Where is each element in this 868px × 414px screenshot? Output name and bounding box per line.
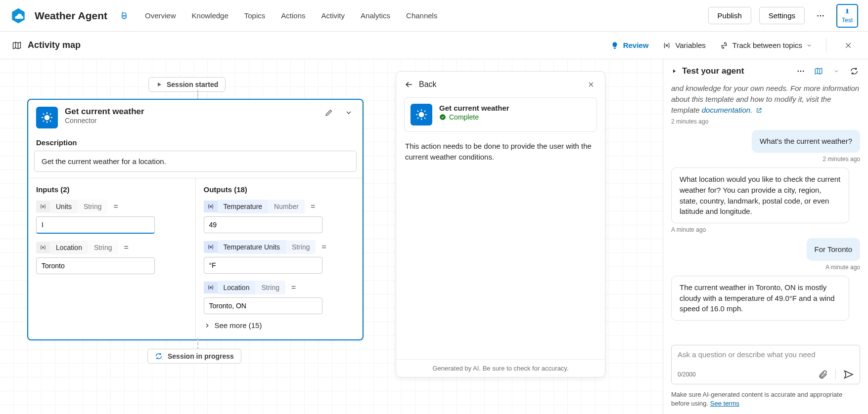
more-menu-button[interactable]	[813, 8, 828, 24]
documentation-link[interactable]: documentation.	[702, 106, 753, 114]
pencil-icon	[324, 108, 333, 117]
svg-point-11	[803, 71, 804, 72]
input-location-value[interactable]	[36, 257, 155, 274]
map-toggle-button[interactable]	[813, 65, 824, 77]
nav-tab-knowledge[interactable]: Knowledge	[192, 11, 228, 20]
node-get-current-weather[interactable]: Get current weather Connector Descriptio…	[27, 99, 364, 340]
chevron-down-icon	[806, 42, 812, 48]
test-panel: Test your agent and knowledge for your o…	[663, 59, 868, 414]
variable-icon	[207, 284, 215, 291]
timestamp: A minute ago	[671, 226, 860, 233]
action-detail-panel: Back Get current weather Complete	[396, 71, 605, 377]
connector-line	[197, 90, 198, 100]
app-logo-icon	[10, 7, 27, 24]
refresh-chat-button[interactable]	[848, 65, 860, 77]
output-location-var: Location String =	[204, 281, 355, 294]
output-temperature-value[interactable]	[204, 216, 322, 233]
chevron-down-icon	[833, 68, 839, 74]
nav-tab-actions[interactable]: Actions	[281, 11, 305, 20]
input-type: String	[88, 241, 118, 254]
detail-footer: Generated by AI. Be sure to check for ac…	[396, 359, 605, 377]
divider	[835, 369, 836, 380]
variable-icon	[39, 203, 47, 210]
chevron-down-icon	[345, 109, 353, 117]
activity-canvas[interactable]: Session started Get current weather Conn…	[0, 59, 663, 414]
test-more-button[interactable]	[795, 65, 807, 77]
map-icon	[814, 67, 823, 76]
track-label: Track between topics	[732, 41, 802, 49]
output-type: String	[255, 281, 285, 294]
track-between-topics-button[interactable]: Track between topics	[720, 41, 812, 50]
session-started-label: Session started	[167, 81, 218, 88]
user-message: For Toronto	[807, 238, 860, 261]
input-units-value[interactable]	[36, 216, 155, 234]
outputs-heading: Outputs (18)	[204, 185, 355, 194]
see-terms-link[interactable]: See terms	[710, 400, 739, 407]
output-name: Temperature	[218, 200, 269, 213]
chat-composer: 0/2000	[671, 345, 860, 384]
top-navbar: Weather Agent Overview Knowledge Topics …	[0, 0, 868, 32]
nav-tab-activity[interactable]: Activity	[321, 11, 345, 20]
paperclip-icon	[818, 370, 828, 379]
chat-input[interactable]	[678, 350, 854, 362]
node-subtitle: Connector	[65, 117, 144, 124]
map-icon	[12, 41, 22, 50]
input-units-var: Units String =	[36, 200, 187, 213]
back-label: Back	[419, 80, 437, 89]
pin-icon	[843, 8, 851, 16]
output-temp-units-var: Temperature Units String =	[204, 240, 355, 254]
test-button[interactable]: Test	[836, 4, 858, 28]
attach-button[interactable]	[818, 369, 828, 380]
variables-icon	[662, 41, 671, 50]
equals-sign: =	[311, 202, 315, 211]
equals-sign: =	[124, 243, 129, 252]
divider	[826, 39, 826, 52]
back-button[interactable]: Back	[404, 80, 437, 89]
variables-button[interactable]: Variables	[662, 41, 705, 50]
publish-button[interactable]: Publish	[708, 7, 751, 24]
nav-tab-overview[interactable]: Overview	[145, 11, 176, 20]
nav-tab-channels[interactable]: Channels	[406, 11, 437, 20]
edit-node-button[interactable]	[323, 107, 335, 119]
variable-icon	[207, 203, 215, 210]
activity-map-bar: Activity map Review Variables Track betw…	[0, 32, 868, 59]
output-name: Temperature Units	[218, 240, 286, 254]
outputs-column: Outputs (18) Temperature Number =	[195, 178, 363, 339]
equals-sign: =	[291, 283, 296, 292]
equals-sign: =	[321, 243, 326, 251]
close-activity-map-button[interactable]	[840, 38, 856, 53]
output-location-value[interactable]	[204, 297, 322, 314]
session-started-pill: Session started	[148, 77, 226, 92]
chevron-right-icon	[204, 322, 211, 329]
timestamp: 2 minutes ago	[671, 118, 860, 125]
app-title: Weather Agent	[35, 10, 107, 22]
svg-point-2	[125, 15, 126, 16]
caret-right-icon[interactable]	[671, 68, 677, 74]
description-text: Get the current weather for a location.	[34, 151, 357, 172]
send-button[interactable]	[843, 369, 854, 380]
settings-button[interactable]: Settings	[759, 7, 805, 24]
timestamp: 2 minutes ago	[671, 156, 860, 163]
connector-line	[197, 338, 198, 350]
arrow-left-icon	[404, 80, 414, 89]
map-dropdown-button[interactable]	[830, 65, 842, 77]
svg-point-3	[818, 15, 819, 16]
send-icon	[843, 369, 854, 380]
see-more-outputs-button[interactable]: See more (15)	[204, 321, 355, 330]
svg-point-6	[45, 116, 49, 120]
collapse-node-button[interactable]	[343, 107, 355, 119]
svg-point-9	[798, 71, 799, 72]
variable-icon	[39, 244, 47, 251]
close-detail-button[interactable]	[585, 79, 597, 90]
chat-transcript[interactable]: and knowledge for your own needs. For mo…	[663, 83, 868, 339]
output-temp-units-value[interactable]	[204, 257, 322, 274]
description-label: Description	[28, 135, 363, 151]
nav-tab-analytics[interactable]: Analytics	[361, 11, 390, 20]
review-label: Review	[623, 41, 649, 49]
inputs-heading: Inputs (2)	[36, 185, 187, 194]
review-button[interactable]: Review	[610, 41, 649, 50]
session-progress-label: Session in progress	[168, 352, 234, 360]
output-temperature-var: Temperature Number =	[204, 200, 355, 213]
nav-tab-topics[interactable]: Topics	[244, 11, 266, 20]
output-name: Location	[218, 281, 256, 294]
